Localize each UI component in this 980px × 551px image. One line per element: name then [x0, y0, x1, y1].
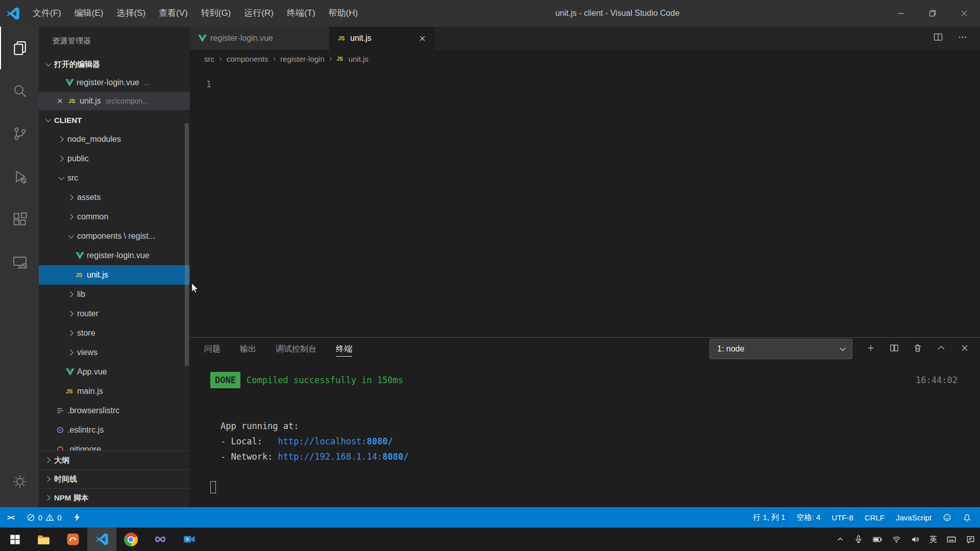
open-editors-header[interactable]: 打开的编辑器: [39, 55, 190, 73]
visual-studio-icon[interactable]: [145, 528, 175, 551]
action-center-icon[interactable]: [961, 528, 980, 551]
notifications-bell-icon[interactable]: [957, 507, 977, 528]
new-terminal-icon[interactable]: [866, 343, 876, 355]
panel-header: 问题输出调试控制台终端 1: node: [190, 338, 980, 360]
lightning-icon[interactable]: [67, 507, 87, 528]
indentation[interactable]: 空格: 4: [791, 507, 826, 528]
maximize-panel-icon[interactable]: [936, 343, 946, 355]
sidebar-section-header[interactable]: 时间线: [39, 469, 190, 488]
close-icon[interactable]: ×: [57, 96, 68, 107]
panel-tab[interactable]: 问题: [204, 338, 220, 360]
open-editor-item[interactable]: register-login.vue...: [39, 73, 190, 92]
split-terminal-icon[interactable]: [889, 343, 899, 355]
remote-explorer-icon[interactable]: [0, 241, 39, 284]
breadcrumb-item[interactable]: unit.js: [349, 55, 369, 63]
panel-tab[interactable]: 输出: [240, 338, 256, 360]
tree-file-.eslintrc.js[interactable]: .eslintrc.js: [39, 420, 190, 440]
chrome-icon[interactable]: [116, 528, 145, 551]
menu-item[interactable]: 文件(F): [26, 0, 68, 27]
sidebar-section-header[interactable]: NPM 脚本: [39, 488, 190, 507]
tree-file-main.js[interactable]: JSmain.js: [39, 382, 190, 401]
panel-tab[interactable]: 终端: [336, 338, 352, 360]
close-tab-icon[interactable]: [419, 35, 426, 42]
tab-unit-js[interactable]: JS unit.js: [330, 27, 435, 50]
chevron-right-icon: [66, 290, 75, 299]
tray-chevron-up-icon[interactable]: [831, 528, 849, 551]
tree-folder-common[interactable]: common: [39, 207, 190, 227]
menu-item[interactable]: 运行(R): [237, 0, 280, 27]
eol-sequence[interactable]: CRLF: [859, 507, 890, 528]
ime-indicator[interactable]: 英: [925, 528, 942, 551]
minimize-button[interactable]: [885, 0, 917, 27]
kill-terminal-icon[interactable]: [913, 343, 923, 355]
search-icon[interactable]: [0, 69, 39, 112]
tree-file-.browserslistrc[interactable]: .browserslistrc: [39, 401, 190, 420]
close-button[interactable]: [948, 0, 980, 27]
cursor-position[interactable]: 行 1, 列 1: [747, 507, 791, 528]
bottom-panel: 问题输出调试控制台终端 1: node DONE Compiled succes…: [190, 337, 980, 507]
battery-icon[interactable]: [868, 528, 887, 551]
feedback-icon[interactable]: [937, 507, 957, 528]
open-editor-item[interactable]: ×JSunit.jssrc\compon...: [39, 92, 190, 110]
app-icon-orange[interactable]: [58, 528, 87, 551]
settings-gear-icon[interactable]: [0, 460, 39, 503]
menu-item[interactable]: 查看(V): [152, 0, 194, 27]
panel-tab[interactable]: 调试控制台: [276, 338, 316, 360]
camera-app-icon[interactable]: [175, 528, 204, 551]
chevron-down-icon: [56, 173, 65, 183]
menu-item[interactable]: 终端(T): [280, 0, 322, 27]
tree-folder-views[interactable]: views: [39, 343, 190, 362]
volume-icon[interactable]: [906, 528, 925, 551]
tree-folder-lib[interactable]: lib: [39, 285, 190, 304]
local-url-link[interactable]: http://localhost:8080/: [278, 434, 393, 449]
explorer-icon[interactable]: [0, 27, 39, 69]
menu-bar: 文件(F)编辑(E)选择(S)查看(V)转到(G)运行(R)终端(T)帮助(H): [26, 0, 364, 27]
vscode-taskbar-icon[interactable]: [87, 528, 116, 551]
tree-folder-nodemodules[interactable]: node_modules: [39, 130, 190, 149]
microphone-icon[interactable]: [849, 528, 868, 551]
network-url-link[interactable]: http://192.168.1.14:8080/: [278, 449, 409, 464]
error-icon: [27, 513, 35, 522]
sidebar-scrollbar[interactable]: [185, 123, 189, 366]
tree-file-unit.js[interactable]: JSunit.js: [39, 265, 190, 285]
more-actions-icon[interactable]: [958, 32, 968, 44]
extensions-icon[interactable]: [0, 198, 39, 241]
tree-folder-assets[interactable]: assets: [39, 188, 190, 207]
tree-folder-componentsregist...[interactable]: components \ regist...: [39, 227, 190, 246]
vue-icon: [65, 79, 77, 87]
breadcrumb-item[interactable]: src: [204, 55, 214, 63]
breadcrumb-item[interactable]: register-login: [280, 55, 325, 63]
problems-status[interactable]: 0 0: [21, 507, 67, 528]
tab-register-login-vue[interactable]: register-login.vue: [190, 27, 330, 50]
menu-item[interactable]: 编辑(E): [68, 0, 110, 27]
tree-folder-src[interactable]: src: [39, 168, 190, 188]
terminal-select[interactable]: 1: node: [709, 339, 852, 359]
run-debug-icon[interactable]: [0, 155, 39, 198]
menu-item[interactable]: 帮助(H): [322, 0, 365, 27]
file-explorer-icon[interactable]: [29, 528, 58, 551]
sidebar-section-header[interactable]: 大纲: [39, 450, 190, 469]
start-button[interactable]: [0, 528, 29, 551]
wifi-icon[interactable]: [887, 528, 906, 551]
remote-indicator[interactable]: ><: [0, 507, 21, 528]
menu-item[interactable]: 转到(G): [194, 0, 238, 27]
tree-file-register-login.vue[interactable]: register-login.vue: [39, 246, 190, 265]
tree-folder-public[interactable]: public: [39, 149, 190, 168]
touch-keyboard-icon[interactable]: [942, 528, 961, 551]
tree-folder-store[interactable]: store: [39, 323, 190, 343]
network-prefix: - Network:: [220, 449, 278, 464]
terminal-output[interactable]: DONE Compiled successfully in 150ms 16:4…: [190, 360, 980, 507]
breadcrumb-item[interactable]: components: [227, 55, 268, 63]
tree-folder-router[interactable]: router: [39, 304, 190, 323]
menu-item[interactable]: 选择(S): [110, 0, 152, 27]
encoding[interactable]: UTF-8: [826, 507, 859, 528]
close-panel-icon[interactable]: [960, 343, 970, 355]
language-mode[interactable]: JavaScript: [890, 507, 937, 528]
tree-file-App.vue[interactable]: App.vue: [39, 362, 190, 382]
split-editor-icon[interactable]: [933, 32, 943, 44]
code-editor[interactable]: 1: [190, 67, 980, 337]
chevron-down-icon: [43, 115, 52, 124]
source-control-icon[interactable]: [0, 112, 39, 155]
project-header[interactable]: CLIENT: [39, 110, 190, 130]
maximize-button[interactable]: [917, 0, 948, 27]
